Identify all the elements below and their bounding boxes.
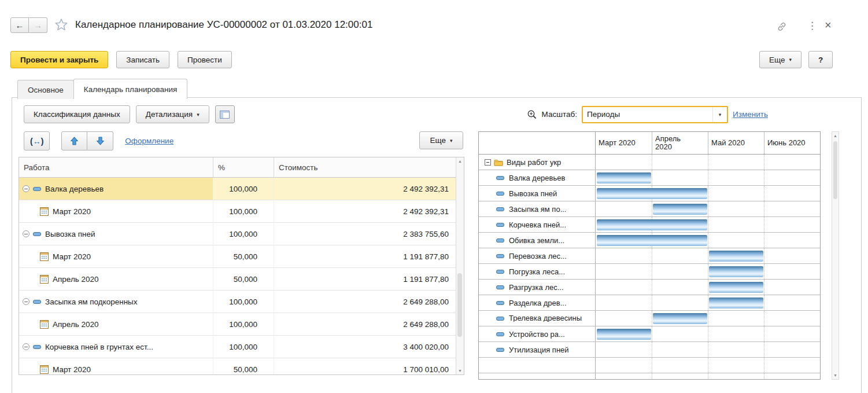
tab-main[interactable]: Основное bbox=[17, 80, 74, 99]
gantt-label-column-header bbox=[479, 132, 596, 154]
gantt-grid-line bbox=[708, 342, 708, 357]
gantt-bar[interactable] bbox=[709, 266, 763, 277]
task-icon bbox=[496, 270, 504, 274]
gantt-grid-line bbox=[708, 280, 708, 295]
combo-dropdown-button[interactable]: ▾ bbox=[712, 107, 727, 122]
gantt-bar[interactable] bbox=[597, 219, 707, 230]
post-and-close-button[interactable]: Провести и закрыть bbox=[10, 51, 108, 68]
gantt-grid-line bbox=[708, 295, 708, 310]
collapse-icon[interactable] bbox=[23, 298, 29, 305]
table-row[interactable]: Март 202050,0001 191 877,80 bbox=[19, 245, 464, 268]
forward-button[interactable]: → bbox=[29, 17, 47, 33]
scrollbar-thumb[interactable] bbox=[833, 141, 837, 199]
gantt-bar[interactable] bbox=[597, 329, 651, 340]
table-row[interactable]: Март 202050,0001 700 010,00 bbox=[19, 358, 464, 375]
cost-cell: 1 191 877,80 bbox=[274, 245, 464, 267]
gantt-grid-line bbox=[708, 326, 708, 341]
table-row[interactable]: Март 2020100,0002 492 392,31 bbox=[19, 200, 464, 223]
gantt-row[interactable]: Вывозка пней bbox=[479, 186, 820, 201]
table-row[interactable]: Засыпка ям подкоренных100,0002 649 288,0… bbox=[19, 291, 464, 313]
data-classification-button[interactable]: Классификация данных bbox=[24, 105, 130, 123]
column-header-work[interactable]: Работа bbox=[19, 157, 213, 177]
scroll-up-icon[interactable]: ▲ bbox=[456, 159, 464, 163]
gantt-empty-row bbox=[479, 373, 820, 380]
collapse-icon[interactable] bbox=[23, 230, 29, 237]
scroll-down-icon[interactable]: ▼ bbox=[456, 369, 464, 373]
change-link[interactable]: Изменить bbox=[733, 110, 768, 119]
help-button[interactable]: ? bbox=[808, 51, 833, 68]
gantt-row[interactable]: Трелевка древесины bbox=[479, 311, 820, 326]
gantt-bar[interactable] bbox=[653, 204, 707, 215]
back-button[interactable]: ← bbox=[10, 17, 29, 33]
gantt-bar[interactable] bbox=[597, 235, 707, 246]
more-menu-icon[interactable]: ⋮ bbox=[807, 20, 817, 32]
post-button[interactable]: Провести bbox=[178, 51, 232, 68]
layout-toggle-button[interactable] bbox=[215, 105, 235, 123]
gantt-bar[interactable] bbox=[709, 251, 763, 262]
gantt-bar[interactable] bbox=[597, 172, 651, 183]
tab-calendar-planning[interactable]: Календарь планирования bbox=[73, 79, 187, 99]
gantt-row[interactable]: Разгрузка лес... bbox=[479, 280, 820, 295]
column-header-cost[interactable]: Стоимость bbox=[274, 157, 464, 177]
gantt-scrollbar[interactable]: ▲ ▼ bbox=[832, 131, 839, 380]
gantt-bar[interactable] bbox=[653, 313, 707, 324]
collapse-icon[interactable] bbox=[23, 185, 29, 192]
table-row[interactable]: Корчевка пней в грунтах ест...100,0003 4… bbox=[19, 336, 464, 358]
percent-cell: 100,000 bbox=[213, 291, 274, 313]
column-header-percent[interactable]: % bbox=[213, 157, 274, 177]
work-table-scrollbar[interactable]: ▲ ▼ bbox=[456, 157, 464, 374]
move-down-button[interactable] bbox=[87, 131, 113, 150]
table-row[interactable]: Апрель 202050,0001 191 877,80 bbox=[19, 268, 464, 291]
gantt-grid-line bbox=[708, 233, 708, 248]
work-cell: Корчевка пней в грунтах ест... bbox=[19, 336, 213, 358]
more-button[interactable]: Еще▾ bbox=[759, 51, 801, 68]
work-cell: Апрель 2020 bbox=[19, 313, 213, 335]
gantt-task-label: Обивка земли... bbox=[479, 233, 596, 248]
scrollbar-thumb[interactable] bbox=[457, 273, 462, 337]
gantt-grid-line bbox=[652, 170, 652, 185]
get-link-icon[interactable] bbox=[776, 21, 788, 32]
collapse-icon[interactable] bbox=[23, 343, 29, 350]
grid-more-button[interactable]: Еще▾ bbox=[419, 131, 463, 149]
gantt-row[interactable]: Обивка земли... bbox=[479, 233, 820, 248]
scroll-up-icon[interactable]: ▲ bbox=[832, 134, 839, 138]
gantt-grid-line bbox=[652, 342, 652, 357]
gantt-row[interactable]: Перевозка лес... bbox=[479, 248, 820, 264]
split-table-icon bbox=[220, 111, 230, 119]
close-icon[interactable]: × bbox=[825, 19, 832, 32]
move-buttons bbox=[61, 131, 113, 150]
gantt-row-group[interactable]: Виды работ укр bbox=[479, 155, 820, 170]
scroll-down-icon[interactable]: ▼ bbox=[832, 373, 839, 377]
gantt-bar[interactable] bbox=[709, 282, 763, 293]
favorite-star-icon[interactable] bbox=[54, 18, 68, 31]
task-icon bbox=[496, 254, 504, 258]
gantt-task-label: Корчевка пней... bbox=[479, 217, 596, 232]
collapse-icon[interactable] bbox=[485, 159, 491, 166]
move-up-button[interactable] bbox=[61, 131, 87, 150]
page-title: Календарное планирование УС-00000002 от … bbox=[75, 19, 372, 31]
zoom-in-icon[interactable] bbox=[527, 109, 537, 120]
gantt-row[interactable]: Корчевка пней... bbox=[479, 217, 820, 233]
write-button[interactable]: Записать bbox=[116, 51, 169, 68]
table-row[interactable]: Вывозка пней100,0002 383 755,60 bbox=[19, 223, 464, 245]
work-label: Март 2020 bbox=[53, 365, 91, 374]
cost-cell: 2 649 288,00 bbox=[274, 291, 464, 313]
intervals-button[interactable]: (↔) bbox=[24, 131, 50, 150]
table-row[interactable]: Валка деревьев100,0002 492 392,31 bbox=[19, 178, 464, 200]
gantt-row[interactable]: Разделка древ... bbox=[479, 295, 820, 311]
formatting-link[interactable]: Оформление bbox=[125, 137, 173, 145]
table-row[interactable]: Апрель 2020100,0002 649 288,00 bbox=[19, 313, 464, 336]
intervals-icon: (↔) bbox=[30, 137, 43, 146]
gantt-row[interactable]: Утилизация пней bbox=[479, 342, 820, 358]
detailing-button[interactable]: Детализация▾ bbox=[136, 105, 209, 123]
calendar-icon bbox=[40, 252, 49, 261]
task-icon bbox=[496, 192, 504, 196]
gantt-row[interactable]: Засыпка ям по... bbox=[479, 201, 820, 217]
gantt-bar[interactable] bbox=[597, 188, 707, 199]
gantt-bar[interactable] bbox=[709, 297, 763, 308]
work-cell: Апрель 2020 bbox=[19, 268, 213, 290]
gantt-row[interactable]: Погрузка леса... bbox=[479, 264, 820, 280]
gantt-row[interactable]: Устройство ра... bbox=[479, 326, 820, 342]
scale-select[interactable]: Периоды ▾ bbox=[582, 106, 728, 123]
gantt-row[interactable]: Валка деревьев bbox=[479, 170, 820, 186]
